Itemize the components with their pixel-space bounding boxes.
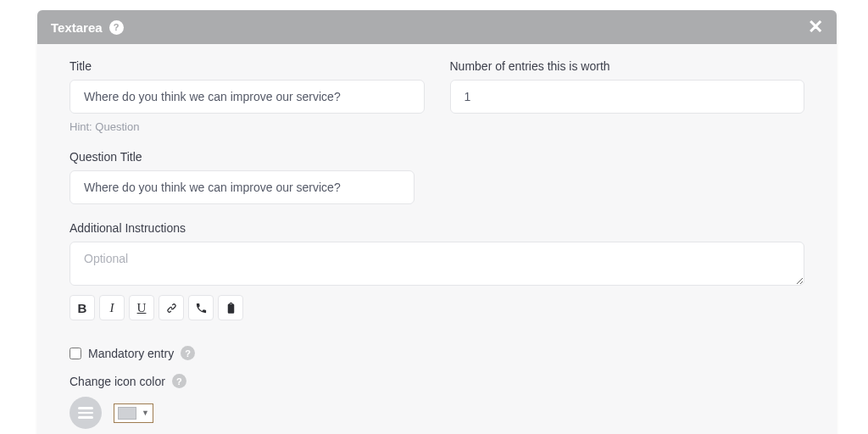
title-hint: Hint: Question	[70, 120, 425, 133]
modal-header: Textarea ? ✕	[37, 10, 837, 44]
menu-icon	[78, 407, 93, 419]
mandatory-label: Mandatory entry	[88, 347, 174, 360]
modal-title: Textarea	[51, 20, 103, 35]
question-title-label: Question Title	[70, 150, 804, 164]
editor-toolbar: B I U	[70, 295, 804, 320]
entries-label: Number of entries this is worth	[450, 59, 805, 73]
color-picker[interactable]: ▼	[114, 403, 153, 423]
textarea-config-modal: Textarea ? ✕ Title Hint: Question Number…	[37, 10, 837, 434]
title-input[interactable]	[70, 80, 425, 114]
help-icon[interactable]: ?	[172, 374, 186, 388]
clipboard-icon	[225, 302, 237, 314]
bold-button[interactable]: B	[70, 295, 95, 320]
question-title-input[interactable]	[70, 170, 415, 204]
close-icon[interactable]: ✕	[808, 18, 823, 36]
link-button[interactable]	[159, 295, 184, 320]
color-swatch	[118, 407, 136, 420]
italic-button[interactable]: I	[99, 295, 125, 320]
link-icon	[165, 302, 178, 314]
modal-body: Title Hint: Question Number of entries t…	[37, 44, 837, 434]
instructions-label: Additional Instructions	[70, 221, 804, 235]
help-icon[interactable]: ?	[109, 20, 124, 35]
icon-preview-swatch[interactable]	[70, 397, 102, 429]
entries-input[interactable]	[450, 80, 805, 114]
chevron-down-icon: ▼	[142, 409, 149, 417]
help-icon[interactable]: ?	[181, 346, 195, 360]
mandatory-checkbox[interactable]	[70, 348, 81, 359]
phone-icon	[195, 302, 208, 314]
underline-button[interactable]: U	[129, 295, 154, 320]
clipboard-button[interactable]	[218, 295, 243, 320]
icon-color-label: Change icon color	[70, 375, 165, 388]
title-label: Title	[70, 59, 425, 73]
instructions-textarea[interactable]	[70, 242, 804, 286]
phone-button[interactable]	[188, 295, 214, 320]
